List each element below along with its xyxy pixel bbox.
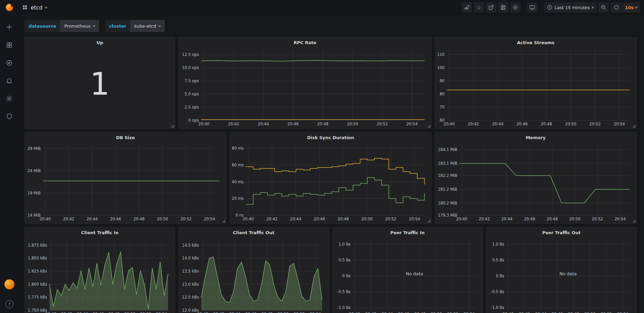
y-axis-tick-label: 179.3 MiB (438, 213, 457, 218)
chart-peer-traffic-out[interactable]: 1.0 Bs0.5 Bs0 Bs-0.5 Bs-1.0 Bs20:4020:42… (488, 238, 634, 313)
chart-memory[interactable]: 184.1 MiB183.1 MiB182.2 MiB181.2 MiB180.… (437, 143, 634, 222)
y-axis-tick-label: 1.750 kBs (28, 308, 47, 313)
x-axis-tick-label: 20:44 (258, 122, 269, 126)
y-axis-tick-label: 70 (440, 105, 445, 109)
y-axis-tick-label: 184.1 MiB (438, 147, 457, 152)
dashboard-title[interactable]: etcd (31, 4, 42, 11)
y-axis-tick-label: 1.875 kBs (28, 243, 47, 248)
grafana-logo[interactable] (0, 0, 19, 15)
panel: Client Traffic In 1.875 kBs1.850 kBs1.82… (25, 227, 175, 313)
chart-db-size[interactable]: 29 MiB24 MiB19 MiB14 MiB20:4020:4220:442… (27, 143, 224, 222)
panel-title[interactable]: Client Traffic Out (179, 227, 329, 238)
x-axis-tick-label: 20:42 (479, 217, 490, 221)
panel: Peer Traffic Out 1.0 Bs0.5 Bs0 Bs-0.5 Bs… (486, 227, 637, 313)
x-axis-tick-label: 20:44 (290, 217, 301, 221)
panel-title[interactable]: Up (25, 37, 175, 48)
configuration-gear-icon (6, 95, 13, 102)
refresh-button[interactable] (611, 2, 622, 12)
cycle-view-button[interactable] (527, 2, 537, 12)
refresh-interval-dropdown[interactable]: 10s ▾ (622, 2, 640, 12)
variable-value-dropdown[interactable]: kube-etcd ▾ (130, 20, 165, 32)
chart-client-traffic-out[interactable]: 14.5 kBs14.0 kBs13.5 kBs13.0 kBs12.5 kBs… (181, 238, 327, 313)
y-axis-tick-label: 29 MiB (28, 146, 41, 151)
zoom-out-button[interactable] (599, 2, 609, 12)
y-axis-tick-label: 12.5 kBs (182, 295, 199, 300)
panel-body: 1.0 Bs0.5 Bs0 Bs-0.5 Bs-1.0 Bs20:4020:42… (488, 238, 634, 313)
panel-title[interactable]: Active Streams (435, 37, 636, 48)
x-axis-tick-label: 20:48 (108, 312, 120, 313)
y-axis-tick-label: 80 (440, 92, 445, 96)
sidebar-item-explore[interactable] (6, 59, 13, 66)
help-icon[interactable]: ? (5, 300, 13, 308)
x-axis-tick-label: 20:40 (444, 122, 455, 126)
shield-icon (6, 113, 13, 120)
chart-peer-traffic-in[interactable]: 1.0 Bs0.5 Bs0 Bs-0.5 Bs-1.0 Bs20:4020:42… (335, 238, 481, 313)
panel-body: 1.875 kBs1.850 kBs1.825 kBs1.800 kBs1.77… (27, 238, 173, 313)
series-line (246, 178, 425, 205)
variable-label: cluster (105, 20, 130, 32)
variable-datasource: datasource Prometheus ▾ (25, 20, 99, 32)
series-area (50, 252, 168, 310)
x-axis-tick-label: 20:48 (337, 217, 349, 221)
chart-rpc-rate[interactable]: 12.5 ops10.0 ops7.5 ops5.0 ops2.5 ops0 o… (181, 48, 429, 127)
x-axis-tick-label: 20:54 (614, 217, 625, 221)
y-axis-tick-label: 100 (437, 65, 445, 70)
sidebar-item-dashboards[interactable] (6, 41, 13, 49)
x-axis-tick-label: 20:50 (430, 312, 442, 313)
dashboard-title-group[interactable]: etcd ▾ (19, 4, 51, 11)
chart-active-streams[interactable]: 1101009080706020:4020:4220:4420:4620:482… (437, 48, 634, 127)
y-axis-tick-label: -1.0 Bs (491, 305, 504, 310)
series-line (460, 163, 630, 203)
x-axis-tick-label: 20:52 (181, 217, 192, 221)
add-panel-button[interactable] (462, 2, 472, 12)
panel-body: 1101009080706020:4020:4220:4420:4620:482… (437, 48, 634, 127)
variable-value-dropdown[interactable]: Prometheus ▾ (60, 20, 99, 32)
panel-title[interactable]: RPC Rate (179, 37, 431, 48)
sidebar-item-alerting[interactable] (6, 77, 13, 84)
x-axis-tick-label: 20:48 (568, 312, 579, 313)
star-button[interactable]: ☆ (474, 2, 484, 12)
y-axis-tick-label: 12.0 kBs (182, 308, 199, 313)
panel-title[interactable]: Client Traffic In (25, 227, 175, 238)
x-axis-tick-label: 20:42 (519, 312, 530, 313)
x-axis-tick-label: 20:54 (614, 122, 625, 126)
y-axis-tick-label: 5.0 ops (185, 92, 199, 96)
refresh-interval-label: 10s (625, 5, 634, 10)
y-axis-tick-label: -0.5 Bs (491, 289, 504, 294)
sidebar-item-server-admin[interactable] (6, 113, 13, 120)
navbar: etcd ▾ ☆ (0, 0, 644, 15)
y-axis-tick-label: 183.1 MiB (438, 161, 457, 166)
y-axis-tick-label: 24 MiB (28, 168, 41, 173)
y-axis-tick-label: -1.0 Bs (337, 305, 351, 310)
x-axis-tick-label: 20:48 (317, 122, 328, 126)
time-picker[interactable]: Last 15 minutes ▾ (544, 2, 597, 12)
x-axis-tick-label: 20:54 (617, 312, 628, 313)
x-axis-tick-label: 20:40 (503, 312, 514, 313)
variable-cluster: cluster kube-etcd ▾ (105, 20, 165, 32)
x-axis-tick-label: 20:44 (87, 217, 98, 221)
sidebar-item-create[interactable] (6, 24, 13, 31)
user-avatar[interactable] (4, 279, 14, 289)
panel-title[interactable]: Memory (435, 132, 636, 143)
panel: Up 1 (25, 37, 175, 129)
chart-client-traffic-in[interactable]: 1.875 kBs1.850 kBs1.825 kBs1.800 kBs1.77… (27, 238, 173, 313)
chart-disk-sync-duration[interactable]: 80 ms60 ms40 ms20 ms0 ns20:4020:4220:442… (232, 143, 429, 222)
x-axis-tick-label: 20:44 (229, 312, 240, 313)
variable-label: datasource (25, 20, 60, 32)
star-icon: ☆ (476, 5, 481, 10)
y-axis-tick-label: 20 ms (232, 196, 244, 201)
dashboard-settings-button[interactable] (510, 2, 520, 12)
y-axis-tick-label: 14.5 kBs (182, 243, 199, 248)
x-axis-tick-label: 20:50 (565, 122, 576, 126)
y-axis-tick-label: 60 ms (232, 163, 244, 167)
save-button[interactable] (498, 2, 508, 12)
x-axis-tick-label: 20:40 (456, 217, 467, 221)
panel-title[interactable]: Peer Traffic Out (486, 227, 636, 238)
panel-title[interactable]: DB Size (25, 132, 226, 143)
share-button[interactable] (486, 2, 496, 12)
sidebar-item-configuration[interactable] (6, 95, 13, 102)
panel-title[interactable]: Disk Sync Duration (230, 132, 431, 143)
x-axis-tick-label: 20:52 (589, 122, 601, 126)
panel-title[interactable]: Peer Traffic In (333, 227, 483, 238)
x-axis-tick-label: 20:52 (377, 122, 388, 126)
